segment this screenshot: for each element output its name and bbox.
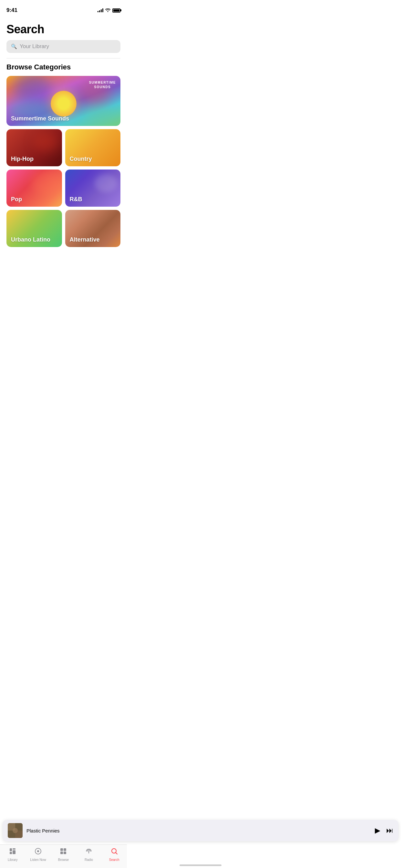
- category-urbano-latino[interactable]: Urbano Latino: [6, 210, 62, 247]
- status-time: 9:41: [6, 7, 18, 13]
- search-placeholder: Your Library: [20, 43, 49, 50]
- page-header: Search: [0, 16, 127, 36]
- search-bar-container: 🔍 Your Library: [0, 36, 127, 53]
- rnb-blob-decoration: [95, 175, 117, 192]
- search-icon: 🔍: [11, 43, 17, 50]
- category-label-country: Country: [70, 156, 92, 162]
- browse-section: Browse Categories SUMMERTIMESOUNDS Summe…: [0, 58, 127, 247]
- battery-icon: [112, 8, 120, 12]
- category-grid-3: Urbano Latino Alternative: [6, 210, 120, 247]
- category-grid-2: Pop R&B: [6, 169, 120, 207]
- category-grid-1: Hip-Hop Country: [6, 129, 120, 166]
- category-label-pop: Pop: [11, 196, 22, 203]
- category-country[interactable]: Country: [65, 129, 121, 166]
- category-label-alternative: Alternative: [70, 237, 100, 243]
- browse-title: Browse Categories: [6, 63, 120, 71]
- category-label-hiphop: Hip-Hop: [11, 156, 34, 162]
- page-title: Search: [6, 23, 120, 36]
- category-label-summertime: Summertime Sounds: [11, 115, 69, 122]
- category-label-rnb: R&B: [70, 196, 82, 203]
- category-logo: SUMMERTIMESOUNDS: [89, 81, 116, 89]
- category-label-urbano: Urbano Latino: [11, 237, 50, 243]
- wifi-icon: [105, 8, 111, 13]
- status-bar: 9:41: [0, 0, 127, 16]
- signal-icon: [97, 8, 103, 12]
- status-icons: [97, 8, 120, 13]
- category-hip-hop[interactable]: Hip-Hop: [6, 129, 62, 166]
- sun-decoration: [51, 91, 76, 117]
- category-pop[interactable]: Pop: [6, 169, 62, 207]
- category-summertime-sounds[interactable]: SUMMERTIMESOUNDS Summertime Sounds: [6, 76, 120, 126]
- category-alternative[interactable]: Alternative: [65, 210, 121, 247]
- category-rnb[interactable]: R&B: [65, 169, 121, 207]
- search-bar[interactable]: 🔍 Your Library: [6, 40, 120, 53]
